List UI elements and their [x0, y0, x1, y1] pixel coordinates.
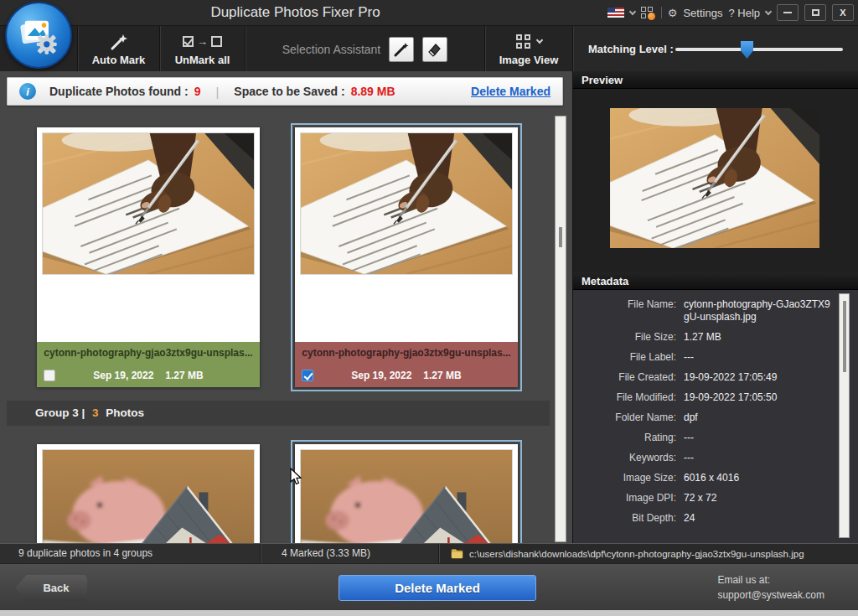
- close-button[interactable]: X: [832, 4, 854, 21]
- summary-divider: |: [215, 85, 219, 99]
- photo-thumbnail: [42, 132, 255, 275]
- maximize-button[interactable]: [804, 4, 826, 21]
- apps-icon[interactable]: [641, 6, 655, 19]
- meta-value: cytonn-photography-GJao3ZTX9gU-unsplash.…: [684, 298, 858, 324]
- photo-date: Sep 19, 2022: [93, 370, 153, 381]
- main-content: i Duplicate Photos found : 9 | Space to …: [0, 71, 858, 543]
- auto-mark-button[interactable]: Auto Mark: [77, 26, 159, 72]
- app-logo-icon: [5, 2, 72, 69]
- footer-bar: Back Delete Marked Email us at: support@…: [0, 563, 858, 610]
- selection-eraser-icon: [426, 41, 443, 58]
- status-path-section: c:\users\dishank\downloads\dpf\cytonn-ph…: [438, 544, 858, 563]
- photo-card-footer: cytonn-photography-gjao3ztx9gu-unsplas..…: [295, 342, 518, 387]
- group-header: Group 3 | 3 Photos: [7, 401, 550, 426]
- matching-level-slider[interactable]: [675, 48, 843, 51]
- notification-dot-icon: [648, 13, 655, 20]
- photo-name: cytonn-photography-gjao3ztx9gu-unsplas..…: [37, 342, 260, 364]
- folder-icon: [451, 548, 463, 559]
- delete-marked-link[interactable]: Delete Marked: [471, 85, 550, 98]
- language-caret-icon[interactable]: [629, 8, 636, 14]
- meta-value: 19-09-2022 17:05:50: [684, 391, 858, 404]
- selection-eraser-button[interactable]: [422, 37, 447, 62]
- group-label: Group 3 |: [35, 406, 85, 419]
- results-scrollbar[interactable]: [555, 116, 566, 542]
- photo-card[interactable]: [37, 444, 260, 543]
- minimize-button[interactable]: [777, 4, 799, 21]
- matching-level-label: Matching Level :: [588, 43, 674, 55]
- title-bar: Duplicate Photos Fixer Pro ⚙ Settings ? …: [0, 0, 858, 25]
- email-label: Email us at:: [717, 572, 824, 588]
- photo-name: cytonn-photography-gjao3ztx9gu-unsplas..…: [295, 342, 518, 364]
- selection-assistant-group: Selection Assistant: [245, 26, 484, 72]
- scrollbar-thumb[interactable]: [559, 227, 562, 247]
- back-button[interactable]: Back: [15, 575, 87, 601]
- group-label-suffix: Photos: [106, 406, 144, 419]
- matching-level-section: Matching Level :: [572, 26, 858, 72]
- help-menu[interactable]: ? Help: [728, 7, 760, 19]
- info-icon: i: [19, 83, 36, 100]
- help-caret-icon[interactable]: [765, 8, 772, 14]
- image-view-icon: [516, 34, 530, 49]
- space-label: Space to be Saved :: [234, 85, 344, 98]
- status-file-path: c:\users\dishank\downloads\dpf\cytonn-ph…: [469, 545, 804, 563]
- photo-thumbnail: [300, 132, 513, 275]
- summary-bar: i Duplicate Photos found : 9 | Space to …: [7, 77, 563, 106]
- space-value: 8.89 MB: [351, 85, 395, 98]
- meta-label: File Created:: [573, 371, 684, 384]
- image-view-label: Image View: [499, 54, 559, 66]
- selection-wand-button[interactable]: [389, 37, 414, 62]
- image-view-caret-icon: [535, 37, 542, 44]
- preview-header: Preview: [573, 71, 858, 89]
- image-view-button[interactable]: Image View: [484, 26, 572, 72]
- maximize-icon: [812, 9, 819, 16]
- found-count: 9: [194, 85, 201, 98]
- meta-value: ---: [684, 432, 858, 444]
- email-address: support@systweak.com: [717, 588, 824, 603]
- app-window: Duplicate Photos Fixer Pro ⚙ Settings ? …: [0, 0, 858, 616]
- meta-label: Keywords:: [573, 452, 684, 464]
- toolbar: Auto Mark → UnMark all Selection Assista…: [0, 25, 858, 71]
- preview-area: [573, 89, 858, 272]
- photo-card-marked[interactable]: cytonn-photography-gjao3ztx9gu-unsplas..…: [295, 127, 518, 387]
- meta-label: File Label:: [573, 351, 684, 364]
- preview-image: [610, 108, 819, 248]
- metadata-header: Metadata: [573, 272, 858, 290]
- slider-thumb[interactable]: [741, 41, 753, 59]
- meta-label: File Name:: [573, 298, 684, 324]
- photo-thumbnail: [42, 449, 255, 543]
- photo-card[interactable]: [295, 444, 518, 543]
- status-bar: 9 duplicate photos in 4 groups 4 Marked …: [0, 543, 858, 563]
- meta-value: ---: [684, 351, 858, 364]
- scrollbar-thumb[interactable]: [843, 301, 846, 372]
- meta-value: 6016 x 4016: [684, 472, 858, 484]
- window-bottom-edge: [0, 610, 858, 616]
- photo-size: 1.27 MB: [423, 370, 461, 381]
- delete-marked-button[interactable]: Delete Marked: [339, 575, 536, 601]
- auto-mark-label: Auto Mark: [92, 54, 146, 66]
- photo-card-unmarked[interactable]: cytonn-photography-gjao3ztx9gu-unsplas..…: [37, 127, 260, 387]
- close-icon: X: [840, 8, 845, 18]
- titlebar-divider: [661, 7, 662, 18]
- settings-menu[interactable]: Settings: [683, 7, 722, 19]
- unmark-all-icon: →: [183, 33, 222, 51]
- photo-checkbox[interactable]: [302, 370, 313, 381]
- photo-checkbox[interactable]: [44, 370, 55, 381]
- language-flag-icon[interactable]: [607, 8, 624, 18]
- unmark-all-label: UnMark all: [175, 54, 230, 66]
- photo-date: Sep 19, 2022: [351, 370, 411, 381]
- meta-label: Image Size:: [573, 472, 684, 484]
- metadata-scrollbar[interactable]: [839, 293, 850, 538]
- unmark-all-button[interactable]: → UnMark all: [159, 26, 245, 72]
- meta-label: Bit Depth:: [573, 512, 684, 525]
- found-label: Duplicate Photos found :: [49, 85, 189, 98]
- meta-value: 1.27 MB: [684, 331, 858, 344]
- settings-gear-icon: ⚙: [668, 8, 678, 18]
- meta-value: 24: [684, 512, 858, 525]
- meta-label: Image DPI:: [573, 492, 684, 505]
- selection-wand-icon: [393, 41, 410, 58]
- metadata-panel: File Name:cytonn-photography-GJao3ZTX9gU…: [573, 290, 858, 543]
- group-photo-count: 3: [92, 406, 99, 419]
- meta-value: dpf: [684, 412, 858, 424]
- results-pane: i Duplicate Photos found : 9 | Space to …: [0, 71, 572, 543]
- photo-card-footer: cytonn-photography-gjao3ztx9gu-unsplas..…: [37, 342, 260, 387]
